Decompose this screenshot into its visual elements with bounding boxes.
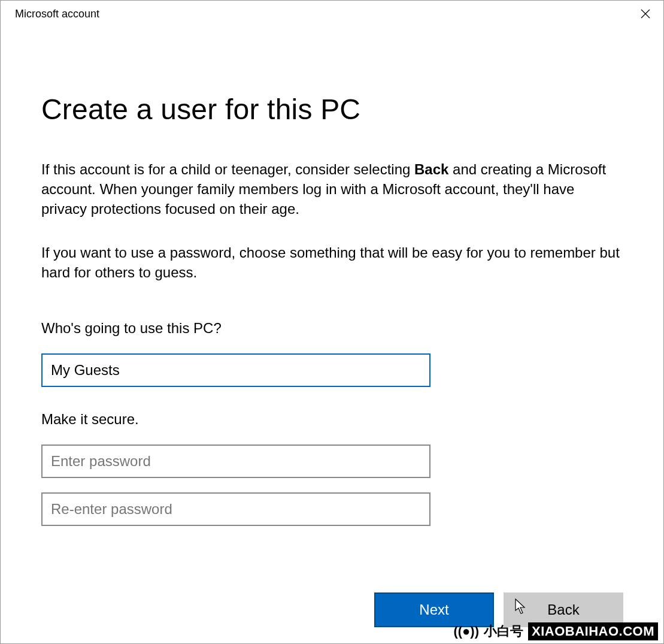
info-paragraph-1: If this account is for a child or teenag…	[41, 159, 623, 219]
titlebar: Microsoft account	[1, 1, 663, 27]
info-paragraph-1-pre: If this account is for a child or teenag…	[41, 161, 414, 177]
window-title: Microsoft account	[15, 8, 99, 20]
close-button[interactable]	[627, 1, 663, 27]
content-area: Create a user for this PC If this accoun…	[1, 27, 663, 643]
username-input[interactable]	[41, 353, 430, 387]
info-paragraph-2: If you want to use a password, choose so…	[41, 243, 623, 282]
branding-domain: XIAOBAIHAO.COM	[528, 622, 658, 640]
page-heading: Create a user for this PC	[41, 93, 623, 126]
reenter-password-input[interactable]	[41, 492, 430, 526]
close-icon	[641, 9, 650, 19]
info-paragraph-1-bold: Back	[414, 161, 448, 177]
broadcast-icon: ((●))	[453, 624, 479, 639]
watermark-branding: ((●)) 小白号 XIAOBAIHAO.COM	[453, 622, 658, 640]
branding-name: 小白号	[484, 622, 523, 640]
account-dialog: Microsoft account Create a user for this…	[0, 0, 664, 644]
password-section-label: Make it secure.	[41, 411, 430, 428]
password-input[interactable]	[41, 445, 430, 478]
username-label: Who's going to use this PC?	[41, 320, 430, 337]
